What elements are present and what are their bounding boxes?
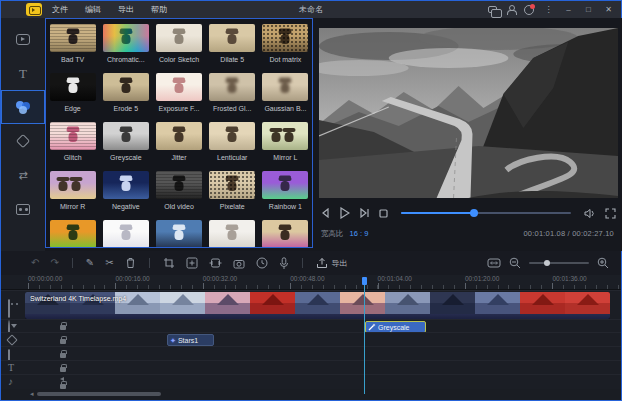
timeline-zoom-handle[interactable] xyxy=(544,260,550,266)
filter-item-color-sketch[interactable]: Color Sketch xyxy=(152,24,205,73)
filter-thumbnail[interactable] xyxy=(262,73,308,101)
filter-item[interactable] xyxy=(259,220,312,248)
edit-button[interactable]: ✎ xyxy=(86,258,94,268)
filter-item-exposure-f[interactable]: Exposure F... xyxy=(152,73,205,122)
filter-thumbnail[interactable] xyxy=(103,24,149,52)
filter-thumbnail[interactable] xyxy=(209,73,255,101)
filter-thumbnail[interactable] xyxy=(209,171,255,199)
video-track-icon[interactable] xyxy=(8,299,10,318)
mosaic-button[interactable] xyxy=(209,257,222,269)
filter-item-dilate-5[interactable]: Dilate 5 xyxy=(206,24,259,73)
filter-thumbnail[interactable] xyxy=(50,220,96,248)
split-button[interactable]: ✂ xyxy=(105,258,113,268)
close-button[interactable]: ✕ xyxy=(603,4,614,15)
filter-thumbnail[interactable] xyxy=(209,24,255,52)
fullscreen-icon[interactable] xyxy=(605,208,616,219)
filter-thumbnail[interactable] xyxy=(156,220,202,248)
filter-thumbnail[interactable] xyxy=(103,171,149,199)
video-preview[interactable] xyxy=(319,28,618,198)
playhead[interactable] xyxy=(362,277,367,394)
filter-thumbnail[interactable] xyxy=(156,122,202,150)
user-account-icon[interactable] xyxy=(506,5,515,14)
filter-item-gaussian-b[interactable]: Gaussian B... xyxy=(259,73,312,122)
menu-help[interactable]: 帮助 xyxy=(151,4,167,15)
filter-thumbnail[interactable] xyxy=(209,122,255,150)
timeline-ruler[interactable]: 00:00:00.0000:00:16.0000:00:32.0000:00:4… xyxy=(1,275,621,290)
filter-item-rainbow-1[interactable]: Rainbow 1 xyxy=(259,171,312,220)
text-track-icon[interactable]: T xyxy=(8,363,14,373)
filter-item-frosted-gl[interactable]: Frosted Gl... xyxy=(206,73,259,122)
sidebar-item-text[interactable]: T xyxy=(1,56,45,90)
filter-thumbnail[interactable] xyxy=(50,24,96,52)
scrollbar-thumb[interactable] xyxy=(37,392,161,396)
filter-item-dot-matrix[interactable]: Dot matrix xyxy=(259,24,312,73)
filter-item-mirror-l[interactable]: Mirror L xyxy=(259,122,312,171)
filter-thumbnail[interactable] xyxy=(262,122,308,150)
fit-timeline-icon[interactable] xyxy=(487,258,501,268)
crop-button[interactable] xyxy=(163,257,175,269)
sidebar-item-filters[interactable] xyxy=(1,90,45,124)
scroll-left-icon[interactable]: ◂ xyxy=(30,390,34,398)
lock-icon[interactable] xyxy=(60,353,66,358)
filter-thumbnail[interactable] xyxy=(103,122,149,150)
stop-button[interactable] xyxy=(379,209,388,218)
undo-button[interactable]: ↶ xyxy=(31,258,39,268)
duration-button[interactable] xyxy=(256,257,268,269)
filter-thumbnail[interactable] xyxy=(156,171,202,199)
filter-item[interactable] xyxy=(46,220,99,248)
timeline-zoom-slider[interactable] xyxy=(529,262,589,264)
export-button[interactable]: 导出 xyxy=(316,257,348,269)
lock-icon[interactable] xyxy=(60,384,66,389)
aspect-ratio-value[interactable]: 16 : 9 xyxy=(350,229,369,238)
progress-handle[interactable] xyxy=(470,209,478,217)
filter-item-mirror-r[interactable]: Mirror R xyxy=(46,171,99,220)
filter-thumbnail[interactable] xyxy=(156,24,202,52)
filter-thumbnail[interactable] xyxy=(262,220,308,248)
filter-thumbnail[interactable] xyxy=(103,220,149,248)
promotion-icon[interactable] xyxy=(524,5,534,15)
filter-item-glitch[interactable]: Glitch xyxy=(46,122,99,171)
filter-item-erode-5[interactable]: Erode 5 xyxy=(99,73,152,122)
sidebar-item-split-screen[interactable] xyxy=(1,192,45,226)
overlay-clip-stars1[interactable]: ✦ Stars1 xyxy=(167,334,214,346)
filter-item-pixelate[interactable]: Pixelate xyxy=(206,171,259,220)
sidebar-item-media[interactable] xyxy=(1,22,45,56)
filter-thumbnail[interactable] xyxy=(262,24,308,52)
filter-item-bad-tv[interactable]: Bad TV xyxy=(46,24,99,73)
filter-thumbnail[interactable] xyxy=(103,73,149,101)
lock-icon[interactable] xyxy=(60,367,66,372)
filter-item-negative[interactable]: Negative xyxy=(99,171,152,220)
zoom-out-icon[interactable] xyxy=(509,257,521,269)
filter-item-edge[interactable]: Edge xyxy=(46,73,99,122)
app-logo-icon[interactable] xyxy=(26,3,42,16)
sidebar-item-transition[interactable]: ⇄ xyxy=(1,158,45,192)
screen-capture-icon[interactable] xyxy=(488,6,497,13)
filter-item-chromatic[interactable]: Chromatic... xyxy=(99,24,152,73)
video-clip[interactable]: Switzerland 4K Timelapse.mp4 xyxy=(25,292,610,319)
playhead-handle[interactable] xyxy=(362,277,367,285)
menu-edit[interactable]: 编辑 xyxy=(85,4,101,15)
snapshot-button[interactable] xyxy=(233,258,245,269)
filter-thumbnail[interactable] xyxy=(50,171,96,199)
progress-slider[interactable] xyxy=(401,212,571,214)
filter-item[interactable] xyxy=(152,220,205,248)
maximize-button[interactable]: □ xyxy=(583,4,594,15)
next-frame-button[interactable] xyxy=(359,208,370,218)
zoom-in-icon[interactable] xyxy=(597,257,609,269)
filter-thumbnail[interactable] xyxy=(262,171,308,199)
filter-thumbnail[interactable] xyxy=(156,73,202,101)
previous-frame-button[interactable] xyxy=(321,208,330,218)
filter-thumbnail[interactable] xyxy=(50,122,96,150)
filter-item[interactable] xyxy=(99,220,152,248)
filter-thumbnail[interactable] xyxy=(50,73,96,101)
lock-icon[interactable] xyxy=(60,339,66,344)
zoom-button[interactable] xyxy=(186,257,198,269)
menu-file[interactable]: 文件 xyxy=(52,4,68,15)
menu-export[interactable]: 导出 xyxy=(118,4,134,15)
filter-item[interactable] xyxy=(206,220,259,248)
redo-button[interactable]: ↷ xyxy=(50,258,58,268)
delete-button[interactable] xyxy=(125,257,136,269)
filter-thumbnail[interactable] xyxy=(209,220,255,248)
volume-icon[interactable] xyxy=(584,208,596,219)
filter-item-lenticular[interactable]: Lenticular xyxy=(206,122,259,171)
